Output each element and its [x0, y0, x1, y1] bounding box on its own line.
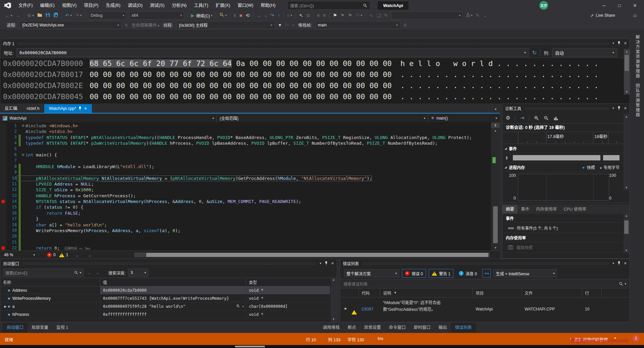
- close-button[interactable]: ✕: [627, 0, 643, 11]
- chevron-down-icon[interactable]: ▾: [291, 14, 292, 17]
- toolbar-overflow-icon[interactable]: ⌄: [482, 12, 488, 19]
- code-line[interactable]: 12 SIZE_T uSize = 0x1000;: [0, 187, 500, 193]
- stackframe-combo[interactable]: main▾: [315, 21, 400, 29]
- warnings-filter-button[interactable]: 警告 1: [429, 269, 453, 278]
- panel-menu-icon[interactable]: ▾: [612, 262, 614, 265]
- panel-menu-icon[interactable]: ▾: [612, 107, 614, 110]
- chevron-down-icon[interactable]: ▾: [271, 23, 272, 27]
- breakpoint-margin[interactable]: [0, 210, 7, 216]
- document-well-menu-icon[interactable]: ▾: [495, 108, 496, 111]
- breakpoint-margin[interactable]: [0, 164, 7, 169]
- split-handle-icon[interactable]: ⇕: [491, 123, 500, 128]
- undo-icon[interactable]: ↶▾: [64, 12, 73, 19]
- redo-icon[interactable]: ↷▾: [74, 12, 83, 19]
- error-filter-icon[interactable]: ✕▾: [482, 269, 491, 278]
- close-icon[interactable]: ✕: [624, 106, 627, 111]
- notification-badge[interactable]: 2: [633, 335, 639, 342]
- goto-disassembly-icon[interactable]: ↖: [298, 12, 304, 19]
- bookmark-clear-icon[interactable]: ⚐▾: [355, 12, 363, 19]
- tool-tab[interactable]: 异常设置: [360, 323, 385, 333]
- scroll-down-icon[interactable]: ▼: [624, 248, 629, 253]
- breakpoint-margin[interactable]: [0, 187, 7, 193]
- chevron-down-icon[interactable]: ▾: [495, 117, 497, 120]
- reset-view-chart-icon[interactable]: [553, 116, 558, 121]
- memory-row[interactable]: 0x0000020CDA7B000068 65 6c 6c 6f 20 77 6…: [0, 58, 630, 69]
- thread-combo[interactable]: [0x3830] 主线程▾: [176, 21, 275, 29]
- memory-columns-combo[interactable]: 自动 ▾: [552, 48, 617, 57]
- column-header-code[interactable]: 代码: [359, 288, 380, 297]
- breakpoint-margin[interactable]: [0, 233, 7, 239]
- lifecycle-events-button[interactable]: 生命周期事件▾: [132, 22, 160, 28]
- code-line[interactable]: 7: [0, 158, 500, 163]
- process-combo[interactable]: [0x2E54] WatchApi.exe▾: [19, 21, 121, 29]
- add-new-item-icon[interactable]: ⊞▾: [26, 12, 35, 19]
- chevron-down-icon[interactable]: ▾: [145, 271, 146, 274]
- chevron-down-icon[interactable]: ▾: [70, 14, 72, 17]
- autos-value-cell[interactable]: 0x0000004975f0fc28 "hello world\n"▾: [100, 302, 246, 310]
- save-icon[interactable]: [45, 12, 51, 19]
- error-row[interactable]: ▶ C6387 “hModule”可能是“0”: 这不符合函数“GetProcA…: [340, 297, 630, 313]
- stackframe-nav-icon[interactable]: ≣: [404, 23, 407, 27]
- bookmark-toggle-icon[interactable]: ⚑: [332, 12, 338, 19]
- code-line[interactable]: 3typedef NTSTATUS (NTAPI* pNtAllocateVir…: [0, 135, 500, 140]
- code-lines[interactable]: 1⊟#include <Windows.h>2#include <stdio.h…: [0, 123, 500, 251]
- export-icon[interactable]: ⇥: [520, 115, 524, 121]
- menubar-item[interactable]: 帮助(H): [257, 0, 279, 11]
- code-line[interactable]: 11 LPVOID Address = NULL;: [0, 181, 500, 187]
- scroll-down-icon[interactable]: ▼: [624, 89, 630, 94]
- column-header-type[interactable]: 类型: [246, 278, 330, 286]
- memory-row[interactable]: 0x0000020CDA7B004500 00 00 00 00 00 00 0…: [0, 91, 630, 102]
- menubar-item[interactable]: 生成(B): [102, 0, 124, 11]
- live-share-button[interactable]: Live Share: [596, 13, 615, 18]
- scroll-up-icon[interactable]: ▲: [331, 277, 336, 282]
- chevron-down-icon[interactable]: ▾: [524, 51, 526, 54]
- autos-search-box[interactable]: 搜索(Ctrl+E) ▾: [3, 269, 84, 277]
- scroll-up-icon[interactable]: ▲: [624, 213, 629, 218]
- save-all-icon[interactable]: [52, 12, 59, 19]
- panel-drag-texture[interactable]: [22, 262, 316, 265]
- menubar-item[interactable]: 调试(D): [124, 0, 146, 11]
- pin-icon[interactable]: [618, 106, 621, 110]
- tool-tab[interactable]: 断点: [343, 323, 360, 333]
- error-count-icon[interactable]: ✕: [47, 253, 52, 257]
- events-timeline-bar[interactable]: [513, 155, 620, 160]
- column-header-name[interactable]: 名称: [0, 278, 100, 286]
- errors-filter-button[interactable]: ✕ 错误 0: [402, 269, 426, 278]
- close-icon[interactable]: ✕: [624, 261, 627, 266]
- chevron-down-icon[interactable]: ▾: [424, 117, 425, 120]
- column-header-file[interactable]: 文件: [522, 288, 582, 297]
- close-icon[interactable]: ✕: [331, 261, 334, 266]
- autos-scrollbar[interactable]: ▲ ▼: [331, 277, 336, 322]
- diagnostics-tab[interactable]: 内存使用率: [533, 205, 560, 214]
- document-tab[interactable]: 反汇编: [0, 104, 22, 113]
- maximize-button[interactable]: □: [612, 0, 627, 11]
- indent-icon[interactable]: ≡: [322, 12, 327, 19]
- code-map-icon[interactable]: ∿: [368, 12, 374, 19]
- break-all-icon[interactable]: Ⅱ: [233, 12, 237, 19]
- menubar-item[interactable]: 扩展(X): [212, 0, 234, 11]
- breakpoint-margin[interactable]: [0, 222, 7, 228]
- collapse-twisty-icon[interactable]: ◢: [504, 165, 507, 169]
- test-profile-combo[interactable]: ▾: [391, 11, 463, 19]
- code-line[interactable]: 10 pNtAllocateVirtualMemory NtAllocateVi…: [0, 176, 500, 181]
- tool-tab[interactable]: 局部变量: [28, 323, 52, 333]
- error-code-link[interactable]: C6387: [359, 299, 380, 313]
- breakpoint-margin[interactable]: [0, 181, 7, 187]
- step-into-icon[interactable]: ↓: [264, 12, 268, 19]
- restart-icon[interactable]: ⟲: [245, 12, 251, 19]
- chevron-down-icon[interactable]: ▾: [32, 14, 34, 17]
- chevron-down-icon[interactable]: ▾: [180, 14, 182, 17]
- memory-row[interactable]: 0x0000020CDA7B001700 00 00 00 00 00 00 0…: [0, 69, 630, 80]
- stop-debugging-icon[interactable]: ■: [238, 12, 243, 19]
- code-line[interactable]: 8 HMODULE hModule = LoadLibraryW(L"ntdll…: [0, 164, 500, 169]
- search-back-icon[interactable]: ←: [87, 270, 92, 275]
- chevron-down-icon[interactable]: ▾: [123, 14, 124, 17]
- editor-scrollbar[interactable]: ⇕ ▲ ▼: [491, 123, 500, 251]
- memory-hex-rows[interactable]: 0x0000020CDA7B000068 65 6c 6c 6f 20 77 6…: [0, 58, 630, 103]
- timeline-ruler[interactable]: 17.8毫秒 18毫秒: [502, 132, 630, 144]
- scroll-down-icon[interactable]: ▼: [331, 317, 336, 322]
- configuration-combo[interactable]: Debug▾: [88, 11, 126, 19]
- autos-value-cell[interactable]: 0xffffffffffffffff: [100, 310, 246, 318]
- error-search-box[interactable]: 搜索错误列表 ▾: [340, 279, 630, 288]
- editor-horizontal-scrollbar[interactable]: [134, 253, 490, 257]
